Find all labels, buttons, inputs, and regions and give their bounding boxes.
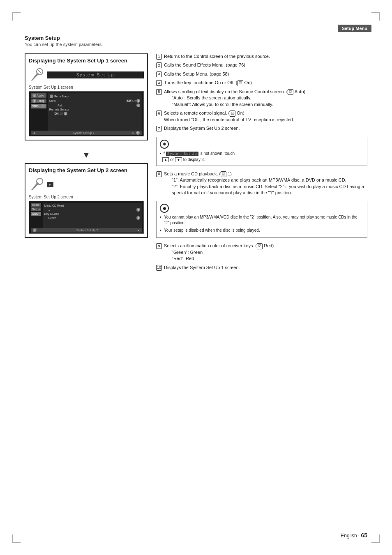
screen-bottom-text-2: System Set Up 2 [76, 229, 98, 232]
item-6: 6 Selects a remote control signal. (☑ On… [156, 110, 367, 123]
src-btn-2: SRC+ [31, 212, 41, 216]
page-title: System Setup [25, 35, 367, 41]
arrow-down: ▼ [25, 147, 148, 163]
header-bar: Setup Menu [338, 25, 371, 32]
main-content: System Setup You can set up the system p… [25, 35, 367, 530]
item-8: 8 Sets a music CD playback. (☑ 1) "1": A… [156, 171, 367, 196]
page-subtitle: You can set up the system parameters. [25, 42, 367, 47]
tool-icon [29, 67, 44, 83]
device-header-2: ► [29, 177, 144, 192]
note-text-1: • If System Set Up is not shown, touch ▲… [160, 150, 364, 163]
screen-bottom-bar-2: 10 System Set Up 2 ► [31, 228, 142, 233]
screen-bottom-bar-1: ◄ System Set Up 1 ► 7 [31, 131, 142, 135]
setup-btn: 3SetUp [31, 99, 46, 103]
left-buttons-1: 2Audio 3SetUp SRC+ 1 [31, 93, 46, 134]
screen-inner-1: 2Audio 3SetUp SRC+ 1 3 [31, 93, 142, 134]
screen-label-2: System Set Up 2 screen [29, 195, 144, 199]
right-column: 1 Returns to the Control screen of the p… [156, 53, 367, 276]
corner-mark-tl [12, 12, 21, 21]
audio-btn: 2Audio [31, 93, 46, 98]
menu-row-keyillumi-val: Green 9 [44, 216, 141, 220]
item-7: 7 Displays the System Set Up 2 screen. [156, 125, 367, 131]
screen-title-text: System Set Up [76, 73, 115, 77]
setup-screen-2: Audio SetUp SRC+ Menu CD Read 1 8 [29, 201, 144, 234]
footer-lang: English [341, 533, 357, 539]
screen-menu-1: 3 Menu Beep Scroll On Off 4 Auto [48, 93, 142, 134]
note-icon-2: ⊕ [160, 204, 169, 213]
section2-title: Displaying the System Set Up 2 screen [29, 167, 144, 173]
note-box-2: ⊕ You cannot play an MP3/WMA/VCD disc in… [156, 201, 367, 238]
note-text-2: You cannot play an MP3/WMA/VCD disc in t… [160, 214, 364, 233]
header2-right: ► [47, 182, 53, 187]
items-list-3: 9 Selects an illumination color of recei… [156, 243, 367, 271]
menu-row-keyillumi: Key ILLUMI [44, 212, 141, 215]
audio-btn-2: Audio [31, 203, 41, 207]
item-10: 10 Displays the System Set Up 1 screen. [156, 265, 367, 271]
menu-row-cdread: Menu CD Read [44, 204, 141, 207]
setup-btn-2: SetUp [31, 207, 41, 211]
screen-label-1: System Set Up 1 screen [29, 85, 144, 90]
menu-row-scroll: Scroll On Off 4 [49, 99, 141, 103]
section1-title: Displaying the System Set Up 1 screen [29, 58, 144, 64]
item-2: 2 Calls the Sound Effects Menu. (page 76… [156, 62, 367, 68]
corner-mark-bl [12, 534, 21, 543]
device-header-1: System Set Up [29, 67, 144, 83]
left-column: Displaying the System Set Up 1 screen Sy… [25, 53, 148, 276]
item-3: 3 Calls the Setup Menu. (page 58) [156, 71, 367, 77]
corner-mark-tr [371, 12, 380, 21]
setup-screen-1: 2Audio 3SetUp SRC+ 1 3 [29, 91, 144, 136]
menu-row-remote: Remote Sensor [49, 108, 141, 111]
screen-bottom-text-1: System Set Up 1 [73, 131, 95, 134]
items-list-1: 1 Returns to the Control screen of the p… [156, 53, 367, 132]
screen-inner-2: Audio SetUp SRC+ Menu CD Read 1 8 [31, 203, 142, 232]
screen-title-bar-1: System Set Up [47, 71, 144, 78]
note-icon-1: ⊕ [160, 140, 169, 149]
item-9: 9 Selects an illumination color of recei… [156, 243, 367, 262]
item-4: 4 Turns the key touch tone On or Off. (☑… [156, 80, 367, 86]
menu-row-remote-val: On Off 6 [49, 112, 141, 115]
menu-row-auto: Auto 5 [49, 104, 141, 107]
items-list-2: 8 Sets a music CD playback. (☑ 1) "1": A… [156, 171, 367, 196]
src-btn: SRC+ 1 [31, 104, 46, 108]
item-5: 5 Allows scrolling of text display on th… [156, 89, 367, 108]
menu-row-beep: 3 Menu Beep [49, 94, 141, 98]
section1-box: Displaying the System Set Up 1 screen Sy… [25, 53, 148, 140]
section2-box: Displaying the System Set Up 2 screen ► … [25, 163, 148, 238]
note-box-1: ⊕ • If System Set Up is not shown, touch… [156, 137, 367, 166]
corner-mark-br [371, 534, 380, 543]
two-column-layout: Displaying the System Set Up 1 screen Sy… [25, 53, 367, 276]
svg-point-1 [37, 178, 43, 184]
footer-page-num: 65 [361, 532, 367, 539]
menu-row-cdread-val: 1 8 [44, 208, 141, 212]
item-1: 1 Returns to the Control screen of the p… [156, 53, 367, 60]
header-label: Setup Menu [342, 26, 367, 31]
left-buttons-2: Audio SetUp SRC+ [31, 203, 41, 232]
tool-icon-2 [29, 177, 44, 192]
page-footer: English | 65 [341, 532, 367, 539]
screen-menu-2: Menu CD Read 1 8 Key ILLUMI Green [43, 203, 142, 232]
play-btn: ► [47, 182, 53, 187]
